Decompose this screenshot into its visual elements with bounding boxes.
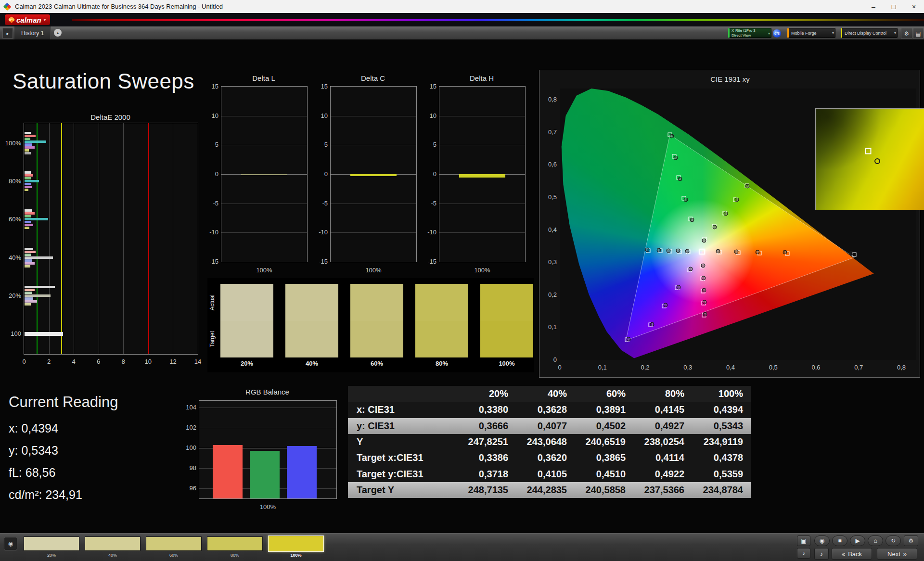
swatch-comparison-panel: Actual Target 20%40%60%80%100% bbox=[207, 278, 534, 372]
table-cell: 0,4927 bbox=[633, 418, 692, 434]
tab-history-1[interactable]: History 1 bbox=[14, 26, 51, 39]
cie-chromaticity-plot: 00,10,20,30,40,50,60,70,80,80,70,60,50,4… bbox=[560, 89, 916, 360]
delta-l-chart: 151050-5-10-15100% bbox=[221, 86, 308, 262]
cie-1931-panel: CIE 1931 xy 00,10,20,30,40,50,60,70,80,8… bbox=[539, 70, 920, 378]
cie-measured-marker bbox=[645, 248, 649, 252]
calman-logo-menu[interactable]: calman ▾ bbox=[5, 14, 50, 25]
target-row-label: Target bbox=[209, 331, 216, 347]
gridline bbox=[173, 123, 173, 354]
axis-tick-label: 98 bbox=[180, 464, 196, 472]
deltae-bar bbox=[25, 251, 36, 253]
measurement-thumb-80%[interactable] bbox=[207, 536, 263, 551]
chevron-down-icon: ▾ bbox=[832, 31, 834, 35]
swatch-target bbox=[285, 321, 338, 358]
maximize-button[interactable]: □ bbox=[884, 0, 904, 13]
capture-button[interactable]: ◉ bbox=[814, 536, 830, 546]
table-header-cell: 20% bbox=[457, 386, 516, 402]
play-button[interactable]: ▶ bbox=[850, 536, 865, 546]
deltae-bar bbox=[25, 180, 39, 182]
swatch-target bbox=[480, 321, 533, 358]
gridline bbox=[439, 116, 525, 116]
current-reading-heading: Current Reading bbox=[9, 394, 118, 411]
source-selector-button[interactable]: Mobile Forge ▾ bbox=[787, 28, 835, 38]
deltae-bar bbox=[25, 286, 55, 288]
measurement-thumb-20%[interactable] bbox=[24, 536, 79, 551]
close-button[interactable]: × bbox=[904, 0, 924, 13]
cie-measured-marker bbox=[716, 249, 720, 254]
refresh-button[interactable]: ↻ bbox=[886, 536, 901, 546]
audio-button[interactable]: ♪ bbox=[797, 548, 810, 559]
next-button-label: Next bbox=[887, 550, 900, 558]
table-cell: 0,3620 bbox=[516, 450, 575, 466]
table-cell: 240,5858 bbox=[575, 482, 633, 498]
delta-value-bar bbox=[350, 174, 397, 176]
deltae-bar bbox=[25, 189, 28, 191]
workflow-gear-button[interactable]: ⚙ bbox=[904, 536, 918, 546]
swatch-actual bbox=[285, 284, 338, 321]
cie-measured-marker bbox=[702, 300, 706, 305]
saturation-swatch bbox=[415, 284, 468, 357]
table-row-label: x: CIE31 bbox=[348, 402, 457, 418]
preview-toggle-button[interactable]: ◉ bbox=[4, 537, 17, 550]
cie-measured-marker bbox=[690, 218, 694, 222]
table-header-cell: 80% bbox=[633, 386, 692, 402]
mute-button[interactable]: ♪ bbox=[814, 548, 829, 560]
measurement-thumb-40%[interactable] bbox=[85, 536, 141, 551]
cie-measured-marker bbox=[745, 184, 749, 188]
cie-measured-marker bbox=[849, 251, 854, 255]
cie-whitepoint-marker bbox=[699, 249, 705, 255]
meter-status-badge: 678 bbox=[773, 29, 781, 38]
deltae-bar bbox=[25, 152, 31, 154]
deltae-bar bbox=[25, 224, 33, 226]
axis-tick-label: 5 bbox=[202, 141, 218, 149]
cie-measured-marker bbox=[703, 312, 707, 317]
swatch-actual bbox=[480, 284, 533, 321]
display-name: Direct Display Control bbox=[845, 31, 886, 36]
swatch-label: 40% bbox=[285, 360, 338, 367]
cie-measured-marker bbox=[676, 285, 680, 289]
axis-tick-label: 10 bbox=[420, 112, 436, 120]
axis-tick-label: 0,6 bbox=[809, 364, 823, 371]
deltae-bar bbox=[25, 138, 30, 140]
table-cell: 0,4145 bbox=[633, 402, 692, 418]
deltae-bar bbox=[25, 212, 35, 215]
gridline bbox=[49, 123, 50, 354]
table-header-cell: 60% bbox=[575, 386, 633, 402]
table-cell: 0,3386 bbox=[457, 450, 516, 466]
display-mode-button[interactable]: ▣ bbox=[797, 536, 810, 546]
cie-measured-marker bbox=[685, 249, 690, 254]
meter-selector-button[interactable]: X-Rite i1Pro 3 Direct View ▾ bbox=[728, 28, 771, 38]
next-button[interactable]: Next » bbox=[877, 548, 917, 560]
cie-measured-marker bbox=[702, 288, 706, 293]
measurement-thumb-100%[interactable] bbox=[268, 536, 324, 552]
panel-layout-button[interactable]: ▤ bbox=[913, 28, 924, 39]
axis-tick-label: -15 bbox=[202, 258, 218, 266]
axis-tick-label: 10 bbox=[202, 112, 218, 120]
deltae-bar bbox=[25, 183, 31, 185]
deltae-chart-title: DeltaE 2000 bbox=[24, 113, 197, 121]
measurement-thumb-60%[interactable] bbox=[146, 536, 202, 551]
axis-tick-label: 2 bbox=[47, 358, 51, 366]
stop-button[interactable]: ■ bbox=[832, 536, 847, 546]
back-button[interactable]: « Back bbox=[832, 548, 872, 560]
axis-tick-label: 0,8 bbox=[894, 364, 909, 371]
saturation-swatch bbox=[220, 284, 273, 357]
gridline bbox=[439, 204, 525, 204]
display-control-button[interactable]: Direct Display Control ▾ bbox=[841, 28, 898, 38]
gridline bbox=[439, 232, 525, 233]
minimize-button[interactable]: – bbox=[863, 0, 884, 13]
rgb-balance-title: RGB Balance bbox=[199, 388, 336, 396]
settings-gear-button[interactable]: ⚙ bbox=[901, 28, 912, 39]
axis-tick-label: -15 bbox=[311, 258, 328, 266]
axis-tick-label: 0,7 bbox=[540, 128, 557, 136]
axis-tick-label: 0 bbox=[22, 358, 26, 366]
home-button[interactable]: ⌂ bbox=[868, 536, 883, 546]
axis-tick-label: -5 bbox=[420, 200, 436, 207]
collapse-button[interactable]: ▴ bbox=[54, 29, 62, 37]
table-cell: 0,3628 bbox=[516, 402, 575, 418]
cie-measured-marker bbox=[755, 250, 759, 254]
window-title: Calman 2023 Calman Ultimate for Business… bbox=[15, 3, 223, 10]
workflow-arrow-button[interactable]: ▸ bbox=[2, 28, 13, 38]
thumb-label: 40% bbox=[85, 553, 141, 558]
cie-measured-marker bbox=[712, 225, 717, 230]
